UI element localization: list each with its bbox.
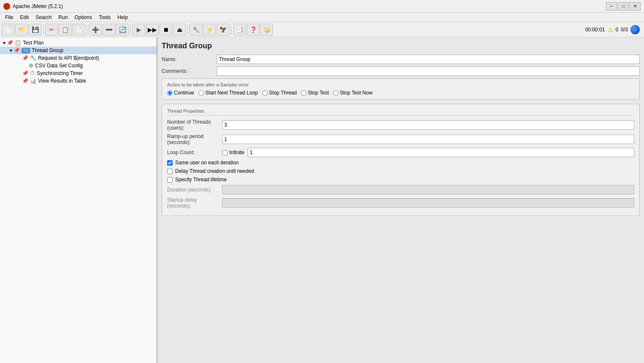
paste-button[interactable]: 📄 [72, 24, 85, 36]
menu-file[interactable]: File [2, 14, 17, 21]
infinite-check-label[interactable]: Infinite [222, 150, 244, 155]
toggle-sync[interactable] [17, 71, 22, 76]
toggle-csv[interactable] [24, 64, 29, 68]
pin-icon-3: 📌 [22, 55, 28, 61]
threads-row: Number of Threads (users): [167, 119, 634, 131]
shutdown-button[interactable]: ⏏ [173, 24, 186, 36]
tree-item-csv[interactable]: ⚙ CSV Data Set Config [0, 62, 157, 69]
radio-stop-thread-label: Stop Thread [269, 90, 297, 96]
menu-help[interactable]: Help [114, 14, 131, 21]
csv-icon: ⚙ [29, 63, 33, 69]
menu-bar: File Edit Search Run Options Tools Help [0, 13, 644, 22]
minimize-button[interactable]: ─ [606, 2, 617, 11]
comments-label: Comments: [162, 68, 217, 74]
collapse-button[interactable]: ➖ [102, 24, 115, 36]
tree-label-request: Request to API ${endpoint} [38, 55, 99, 61]
name-label: Name: [162, 56, 217, 62]
toolbar-sep-4 [187, 25, 188, 35]
loop-count-input[interactable] [248, 148, 634, 157]
close-button[interactable]: ✕ [630, 2, 641, 11]
tree-item-sync-timer[interactable]: 📌 ⏱ Synchronizing Timer [0, 69, 157, 77]
rampup-row: Ramp-up period (seconds): [167, 133, 634, 145]
same-user-label: Same user on each iteration [175, 160, 239, 166]
startup-delay-label: Startup delay (seconds): [167, 197, 222, 209]
error-action-radio-group: Continue Start Next Thread Loop Stop Thr… [167, 90, 634, 96]
help-button[interactable]: ❓ [247, 24, 259, 36]
same-user-row[interactable]: Same user on each iteration [167, 160, 634, 166]
startup-delay-input[interactable] [222, 198, 634, 208]
remote-start-button[interactable]: 🔧 [190, 24, 202, 36]
same-user-checkbox[interactable] [167, 160, 173, 166]
tree-label-csv: CSV Data Set Config [35, 63, 83, 69]
remote-exit-button[interactable]: 🦅 [217, 24, 229, 36]
radio-stop-test-now[interactable]: Stop Test Now [333, 90, 372, 96]
tree-item-view-results[interactable]: 📌 📊 View Results in Table [0, 77, 157, 85]
toggle-view-results[interactable] [17, 79, 22, 83]
tree-item-thread-group[interactable]: ▼ 📌 TG Thread Group [0, 47, 157, 54]
radio-continue-label: Continue [174, 90, 194, 96]
toolbar-sep-2 [87, 25, 87, 35]
toggle-thread-group[interactable]: ▼ [8, 48, 14, 53]
radio-start-next[interactable]: Start Next Thread Loop [198, 90, 258, 96]
start-no-pause-button[interactable]: ▶▶ [146, 24, 159, 36]
comments-input[interactable] [217, 67, 640, 76]
toggle-test-plan[interactable]: ▼ [2, 41, 7, 45]
templates-button[interactable]: 📑 [233, 24, 246, 36]
specify-lifetime-row[interactable]: Specify Thread lifetime [167, 177, 634, 183]
radio-continue-input[interactable] [167, 90, 173, 96]
infinite-label: Infinite [229, 150, 244, 155]
toggle-request[interactable] [17, 56, 22, 61]
radio-stop-test-input[interactable] [301, 90, 306, 96]
radio-start-next-label: Start Next Thread Loop [205, 90, 258, 96]
delay-thread-checkbox[interactable] [167, 169, 173, 174]
menu-edit[interactable]: Edit [17, 14, 32, 21]
pin-icon: 📌 [7, 40, 13, 46]
remote-stop-button[interactable]: ⚡ [203, 24, 216, 36]
radio-stop-test[interactable]: Stop Test [301, 90, 329, 96]
duration-row: Duration (seconds): [167, 185, 634, 194]
radio-start-next-input[interactable] [198, 90, 204, 96]
cut-button[interactable]: ✂ [45, 24, 58, 36]
infinite-checkbox[interactable] [222, 150, 228, 155]
threads-input[interactable] [222, 120, 634, 130]
comments-row: Comments: [162, 67, 640, 76]
save-button[interactable]: 💾 [29, 24, 41, 36]
name-input[interactable] [217, 55, 640, 64]
function-helper-button[interactable]: 🔱 [260, 24, 273, 36]
delay-thread-row[interactable]: Delay Thread creation until needed [167, 168, 634, 174]
toggle-button[interactable]: 🔄 [116, 24, 129, 36]
specify-lifetime-checkbox[interactable] [167, 177, 173, 183]
app-icon [3, 3, 10, 10]
tree-item-request[interactable]: 📌 🔧 Request to API ${endpoint} [0, 54, 157, 62]
menu-run[interactable]: Run [55, 14, 71, 21]
results-icon: 📊 [30, 78, 36, 84]
timer-icon: ⏱ [30, 70, 35, 76]
pin-icon-4: 📌 [22, 70, 28, 76]
tree-label-thread-group: Thread Group [32, 47, 63, 53]
new-button[interactable]: 📄 [2, 24, 14, 36]
title-bar-controls[interactable]: ─ □ ✕ [606, 2, 641, 11]
panel-title: Thread Group [162, 42, 640, 50]
radio-continue[interactable]: Continue [167, 90, 194, 96]
rampup-input[interactable] [222, 135, 634, 144]
menu-search[interactable]: Search [32, 14, 55, 21]
radio-stop-thread-input[interactable] [262, 90, 268, 96]
warning-icon: ⚠ [608, 26, 613, 33]
expand-button[interactable]: ➕ [89, 24, 102, 36]
radio-stop-thread[interactable]: Stop Thread [262, 90, 297, 96]
radio-stop-test-now-input[interactable] [333, 90, 339, 96]
error-action-box: Action to be taken after a Sampler error… [162, 78, 640, 100]
left-panel: ▼ 📌 📋 Test Plan ▼ 📌 TG Thread Group 📌 🔧 … [0, 37, 157, 363]
maximize-button[interactable]: □ [618, 2, 629, 11]
loop-label: Loop Count: [167, 150, 222, 155]
duration-input[interactable] [222, 185, 634, 194]
timer-area: 00:00:01 ⚠ 0 0/3 🌐 [585, 25, 642, 34]
copy-button[interactable]: 📋 [59, 24, 72, 36]
stop-button[interactable]: ⏹ [160, 24, 172, 36]
tree-item-test-plan[interactable]: ▼ 📌 📋 Test Plan [0, 39, 157, 47]
radio-stop-test-label: Stop Test [308, 90, 329, 96]
open-button[interactable]: 📁 [15, 24, 28, 36]
menu-options[interactable]: Options [71, 14, 95, 21]
menu-tools[interactable]: Tools [95, 14, 114, 21]
start-button[interactable]: ▶ [132, 24, 145, 36]
